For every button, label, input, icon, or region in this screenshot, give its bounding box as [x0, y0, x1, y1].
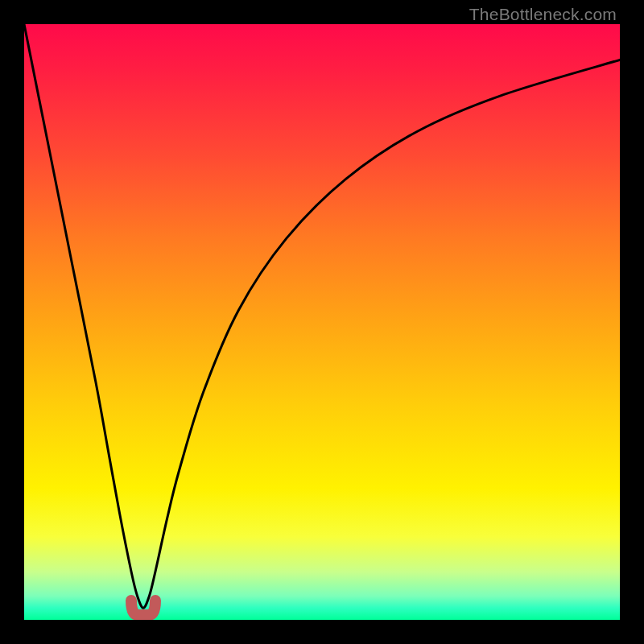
chart-curve-svg: [24, 24, 620, 620]
watermark-text: TheBottleneck.com: [469, 5, 617, 24]
chart-plot-area: [24, 24, 620, 620]
chart-curve: [24, 24, 620, 608]
chart-frame: TheBottleneck.com: [0, 0, 644, 644]
